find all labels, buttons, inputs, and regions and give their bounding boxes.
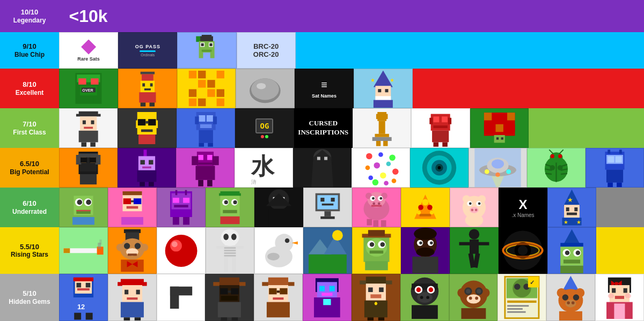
cell-redhat[interactable] bbox=[108, 274, 157, 321]
cell-goldart[interactable] bbox=[177, 69, 236, 108]
cell-swampcard[interactable]: ✓ bbox=[497, 274, 546, 321]
cell-cursed[interactable]: CURSED INSCRIPTIONS bbox=[294, 108, 353, 148]
cell-3dglasses[interactable] bbox=[108, 188, 157, 227]
cell-bear[interactable] bbox=[546, 274, 595, 321]
cell-landscape[interactable] bbox=[303, 227, 352, 274]
cell-pixelfrog[interactable] bbox=[177, 32, 236, 69]
svg-point-46 bbox=[251, 78, 279, 100]
cell-ufo[interactable] bbox=[469, 148, 527, 188]
svg-rect-122 bbox=[141, 160, 145, 165]
cell-mech[interactable] bbox=[176, 148, 235, 188]
cell-swirl[interactable] bbox=[410, 148, 469, 188]
svg-rect-92 bbox=[434, 125, 448, 128]
cell-raresats[interactable]: Rare Sats bbox=[59, 32, 118, 69]
svg-rect-294 bbox=[128, 253, 137, 256]
cell-ogpass[interactable]: OG PASS Ordinals bbox=[118, 32, 177, 69]
cell-dj[interactable] bbox=[59, 148, 118, 188]
cell-pig[interactable] bbox=[450, 188, 499, 227]
cell-dancer[interactable] bbox=[450, 227, 499, 274]
svg-rect-81 bbox=[377, 112, 386, 121]
cell-retroog[interactable]: OG bbox=[235, 108, 294, 148]
tier-label-legendary: 10/10 Legendary bbox=[0, 0, 59, 32]
cell-cigarette[interactable] bbox=[59, 227, 108, 274]
cell-monkey[interactable] bbox=[108, 227, 157, 274]
cell-pizza[interactable] bbox=[401, 188, 450, 227]
cell-zombie[interactable] bbox=[400, 274, 449, 321]
svg-rect-78 bbox=[199, 130, 213, 143]
bluelady-icon bbox=[303, 274, 351, 320]
cell-hatguy[interactable] bbox=[59, 108, 118, 148]
svg-point-302 bbox=[223, 234, 229, 240]
svg-rect-135 bbox=[198, 180, 203, 186]
over-char-icon: OVER bbox=[60, 69, 118, 108]
cell-yellowface[interactable] bbox=[118, 108, 176, 148]
cell-btcwizard[interactable]: ★ ★ bbox=[354, 69, 413, 108]
svg-rect-376 bbox=[125, 290, 128, 295]
cell-satnames[interactable]: ≡ Sat Names bbox=[295, 69, 354, 108]
cell-rock[interactable] bbox=[236, 69, 295, 108]
cell-blackman[interactable] bbox=[401, 227, 450, 274]
cell-wizard2[interactable]: ★ ★ ★ bbox=[547, 188, 596, 227]
cell-darkfigure[interactable] bbox=[293, 148, 352, 188]
cell-bluerobot[interactable] bbox=[177, 108, 235, 148]
cell-brc20[interactable]: BRC-20 ORC-20 bbox=[237, 32, 296, 69]
cell-darkfig2[interactable] bbox=[254, 188, 303, 227]
cell-redrobot[interactable] bbox=[411, 108, 470, 148]
svg-rect-341 bbox=[412, 257, 438, 273]
svg-rect-215 bbox=[174, 205, 188, 207]
cell-pepehat[interactable] bbox=[206, 188, 254, 227]
cell-frogyellow[interactable] bbox=[352, 227, 401, 274]
cell-blackhole[interactable] bbox=[499, 227, 547, 274]
svg-point-315 bbox=[275, 234, 293, 252]
raresats-diamond-icon bbox=[81, 40, 96, 55]
svg-point-163 bbox=[492, 159, 504, 168]
cell-screen[interactable] bbox=[303, 188, 352, 227]
svg-rect-285 bbox=[99, 240, 101, 244]
cell-alien[interactable] bbox=[157, 188, 206, 227]
cell-pixelgirl[interactable] bbox=[118, 69, 177, 108]
cell-ball[interactable] bbox=[157, 227, 206, 274]
cell-whiteshape[interactable] bbox=[157, 274, 206, 321]
svg-rect-200 bbox=[72, 217, 94, 225]
cell-over[interactable]: OVER bbox=[59, 69, 118, 108]
svg-rect-34 bbox=[198, 80, 206, 87]
svg-rect-365 bbox=[77, 283, 82, 288]
svg-rect-51 bbox=[385, 89, 388, 92]
cell-monkey2[interactable] bbox=[449, 274, 498, 321]
cell-hippo[interactable] bbox=[352, 188, 401, 227]
svg-rect-345 bbox=[479, 242, 489, 245]
cell-bluelady[interactable] bbox=[303, 274, 352, 321]
cell-pixelman[interactable]: 12 bbox=[59, 274, 108, 321]
svg-rect-74 bbox=[207, 115, 213, 122]
cell-xnames[interactable]: X .x Names bbox=[499, 188, 547, 227]
cell-bluebot2[interactable] bbox=[586, 148, 644, 188]
cell-duck[interactable] bbox=[254, 227, 303, 274]
svg-rect-234 bbox=[320, 198, 324, 201]
tier-label-bluechip: 9/10 Blue Chip bbox=[0, 32, 59, 69]
svg-rect-467 bbox=[612, 288, 616, 293]
cell-froghat[interactable] bbox=[547, 227, 596, 274]
cell-beetle[interactable] bbox=[527, 148, 586, 188]
svg-point-438 bbox=[475, 297, 478, 300]
cell-turtle[interactable] bbox=[470, 108, 529, 148]
svg-point-47 bbox=[257, 83, 266, 89]
cell-cowboy1[interactable] bbox=[205, 274, 254, 321]
svg-rect-84 bbox=[379, 121, 385, 134]
svg-point-425 bbox=[417, 292, 433, 303]
cell-pixeltrophy[interactable] bbox=[353, 108, 411, 148]
svg-rect-275 bbox=[566, 207, 569, 211]
tier-label-firstclass: 7/10 First Class bbox=[0, 108, 59, 148]
svg-rect-380 bbox=[123, 317, 129, 320]
svg-point-352 bbox=[518, 245, 528, 255]
tier-list: 10/10 Legendary <10k 9/10 Blue Chip Rare… bbox=[0, 0, 644, 321]
cell-pixelcowboy[interactable] bbox=[352, 274, 400, 321]
cell-calligraphy[interactable]: 水 浒 bbox=[235, 148, 293, 188]
cell-skeleton[interactable] bbox=[206, 227, 254, 274]
cell-pepe1[interactable] bbox=[59, 188, 108, 227]
cell-cowboy2[interactable] bbox=[254, 274, 303, 321]
cell-punk[interactable] bbox=[118, 148, 176, 188]
svg-rect-130 bbox=[207, 155, 213, 160]
svg-rect-307 bbox=[224, 250, 236, 251]
cell-japandoll[interactable] bbox=[595, 274, 644, 321]
cell-confetti[interactable] bbox=[352, 148, 410, 188]
